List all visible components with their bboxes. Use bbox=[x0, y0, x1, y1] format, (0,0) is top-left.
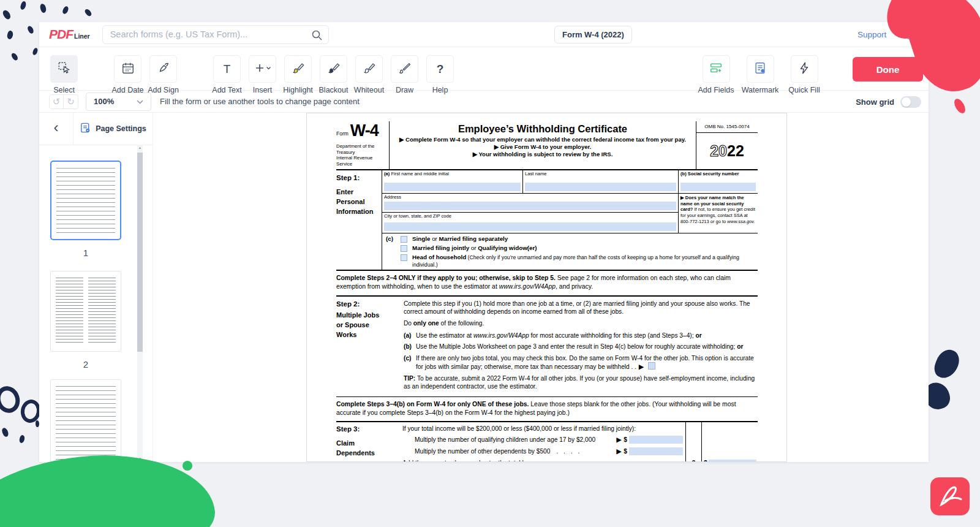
pdfliner-logo[interactable]: PDF Liner bbox=[49, 27, 90, 42]
step3-total-row: Add the amounts above and enter the tota… bbox=[402, 459, 683, 462]
watermark-document-icon bbox=[753, 61, 767, 77]
decoration-ink-dot bbox=[40, 3, 47, 13]
ssa-note: ▶ Does your name match the name on your … bbox=[679, 194, 758, 225]
undo-icon: ↺ bbox=[53, 96, 61, 107]
step3-dollar-sign: $ bbox=[704, 459, 707, 462]
page-settings-button[interactable]: Page Settings bbox=[74, 113, 153, 145]
decoration-navy-blob bbox=[932, 346, 962, 381]
city-field-label: City or town, state, and ZIP code bbox=[384, 213, 676, 219]
signature-pen-icon bbox=[157, 61, 170, 77]
step3-line-number: 3 bbox=[685, 422, 701, 462]
select-tool-button[interactable]: Select bbox=[50, 55, 78, 94]
decoration-ink-dot bbox=[20, 1, 27, 10]
add-date-button[interactable]: Add Date bbox=[114, 55, 141, 94]
filing-status-hoh-row: Head of household (Check only if you’re … bbox=[401, 254, 758, 268]
step3-other-dependents-row: Multiply the number of other dependents … bbox=[402, 447, 683, 455]
show-grid-toggle[interactable] bbox=[900, 96, 921, 108]
add-fields-button[interactable]: Add Fields bbox=[701, 55, 731, 94]
form-checkbox-head-of-household[interactable] bbox=[401, 254, 407, 261]
step2-option-b: (b) Use the Multiple Jobs Worksheet on p… bbox=[404, 343, 758, 351]
page-thumbnails: 1 2 ▲ ▼ bbox=[39, 145, 153, 462]
zoom-level-value: 100% bbox=[94, 97, 114, 106]
sub-toolbar: ↺ ↻ 100% Fill the form or use another to… bbox=[39, 91, 929, 113]
add-sign-button[interactable]: Add Sign bbox=[149, 55, 177, 94]
ssn-field-label: (b) Social security number bbox=[680, 171, 756, 177]
redo-icon: ↻ bbox=[67, 96, 75, 107]
steps-3-4b-note: Complete Steps 3–4(b) on Form W-4 for on… bbox=[336, 397, 758, 422]
logo-liner-text: Liner bbox=[74, 32, 90, 40]
filing-status-prefix: (c) bbox=[382, 235, 401, 268]
steps-2-4-note: Complete Steps 2–4 ONLY if they apply to… bbox=[336, 271, 758, 296]
undo-button[interactable]: ↺ bbox=[49, 94, 64, 109]
form-number: W-4 bbox=[350, 123, 379, 139]
form-checkbox-single[interactable] bbox=[401, 236, 407, 243]
w4-form-page: Form W-4 Department of the Treasury Inte… bbox=[306, 113, 787, 462]
scroll-up-arrow[interactable]: ▲ bbox=[137, 146, 143, 150]
step1-name: Enter Personal Information bbox=[336, 188, 382, 217]
step3-name: Claim Dependents bbox=[336, 439, 402, 458]
first-name-field-label: (a) First name and middle initial bbox=[384, 171, 521, 177]
highlight-button[interactable]: Highlight bbox=[284, 55, 312, 94]
highlight-brush-icon bbox=[292, 61, 305, 77]
page-settings-icon bbox=[80, 122, 91, 135]
form-checkbox-married-jointly[interactable] bbox=[401, 245, 407, 252]
step3-children-row: Multiply the number of qualifying childr… bbox=[402, 436, 683, 444]
quick-fill-button[interactable]: Quick Fill bbox=[789, 55, 820, 94]
search-input[interactable] bbox=[103, 29, 328, 39]
help-button[interactable]: ? Help bbox=[426, 55, 454, 94]
blackout-brush-icon bbox=[327, 61, 341, 77]
main-toolbar: Select Add Date Add Sign bbox=[39, 47, 929, 91]
done-button[interactable]: Done bbox=[853, 57, 923, 82]
form-field-address[interactable] bbox=[384, 202, 676, 210]
add-text-button[interactable]: T Add Text bbox=[213, 55, 241, 94]
page-thumbnail-3[interactable] bbox=[50, 379, 121, 462]
redo-button[interactable]: ↻ bbox=[64, 94, 78, 109]
form-field-city-state-zip[interactable] bbox=[384, 222, 676, 231]
agency-line-2: Internal Revenue Service bbox=[336, 155, 386, 167]
form-field-first-name[interactable] bbox=[384, 183, 521, 191]
form-field-ssn[interactable] bbox=[680, 183, 756, 191]
app-header: PDF Liner Form W-4 (2022) Support Log in bbox=[39, 22, 929, 47]
chevron-down-icon bbox=[137, 97, 143, 106]
watermark-button[interactable]: Watermark bbox=[745, 55, 775, 94]
omb-number: OMB No. 1545-0074 bbox=[696, 121, 758, 133]
page-thumbnail-2[interactable] bbox=[50, 271, 121, 352]
page-settings-label: Page Settings bbox=[96, 124, 146, 133]
form-field-last-name[interactable] bbox=[525, 183, 676, 191]
decoration-ink-dot bbox=[6, 30, 13, 40]
select-cursor-icon bbox=[58, 61, 71, 77]
agency-line-1: Department of the Treasury bbox=[336, 143, 386, 155]
form-word: Form bbox=[336, 131, 349, 139]
form-field-other-dependents-amount[interactable] bbox=[629, 447, 683, 455]
draw-button[interactable]: Draw bbox=[391, 55, 418, 94]
form-field-qualifying-children-amount[interactable] bbox=[629, 436, 683, 444]
decoration-green-dot bbox=[183, 461, 192, 471]
whiteout-button[interactable]: Whiteout bbox=[355, 55, 383, 94]
scrollbar-thumb[interactable] bbox=[137, 153, 143, 352]
lightning-bolt-icon bbox=[797, 61, 811, 77]
form-field-step3-total[interactable] bbox=[709, 460, 756, 462]
zoom-level-select[interactable]: 100% bbox=[86, 93, 151, 111]
search-icon[interactable] bbox=[311, 29, 322, 43]
decoration-ink-dot bbox=[61, 6, 69, 15]
app-panel: PDF Liner Form W-4 (2022) Support Log in bbox=[39, 22, 929, 462]
step1-label: Step 1: bbox=[336, 173, 382, 183]
step2-option-c: (c) If there are only two jobs total, yo… bbox=[404, 354, 758, 371]
blackout-button[interactable]: Blackout bbox=[320, 55, 347, 94]
decoration-ink-dot bbox=[84, 8, 92, 17]
page-thumbnail-1[interactable] bbox=[50, 161, 121, 240]
insert-button[interactable]: Insert bbox=[249, 55, 276, 94]
step3-label: Step 3: bbox=[336, 425, 402, 434]
workspace: ‹ Page Settings bbox=[39, 113, 929, 462]
pdf-file-icon bbox=[930, 477, 970, 515]
show-grid-label: Show grid bbox=[856, 97, 894, 107]
sidebar-scrollbar[interactable]: ▲ ▼ bbox=[137, 145, 143, 462]
form-checkbox-two-jobs[interactable] bbox=[648, 362, 655, 370]
filing-status-married-row: Married filing jointly or Qualifying wid… bbox=[401, 245, 758, 252]
form-title: Employee’s Withholding Certificate bbox=[394, 123, 691, 136]
calendar-icon bbox=[121, 61, 135, 77]
sidebar-collapse-button[interactable]: ‹ bbox=[39, 113, 74, 145]
support-link[interactable]: Support bbox=[858, 30, 886, 39]
thumbnail-preview bbox=[56, 278, 116, 345]
decoration-ink-dot bbox=[32, 47, 39, 56]
